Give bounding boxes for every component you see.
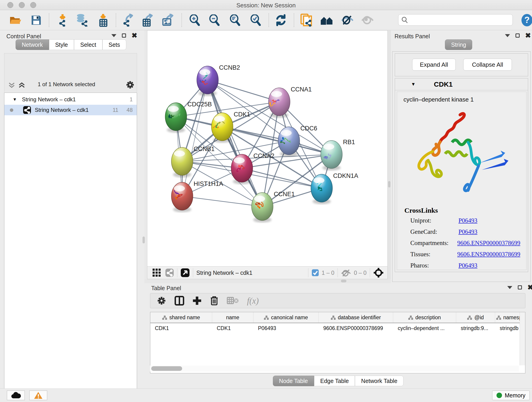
collection-expander-icon[interactable]: ▼ <box>13 97 17 102</box>
memory-button[interactable]: Memory <box>492 390 530 400</box>
warning-button[interactable] <box>29 390 47 400</box>
entry-collapse-icon[interactable]: ▼ <box>411 82 416 87</box>
control-panel: Control Panel ✖ Network Style Select Set… <box>0 30 144 389</box>
cell-name[interactable]: CDK1 <box>212 325 253 332</box>
search-box[interactable] <box>398 14 513 26</box>
show-all-networks-icon[interactable] <box>320 14 333 27</box>
crosslink-link[interactable]: P06493 <box>458 217 477 224</box>
cloud-button[interactable] <box>7 390 25 400</box>
search-input[interactable] <box>408 17 507 23</box>
network-options-gear-icon[interactable] <box>126 80 135 90</box>
crosslink-row: Pharos:P06493 <box>410 262 520 269</box>
zoom-in-icon[interactable] <box>188 14 201 27</box>
zoom-out-icon[interactable] <box>208 14 221 27</box>
table-panel-close-icon[interactable]: ✖ <box>527 285 532 289</box>
table-panel-undock-icon[interactable] <box>518 285 522 289</box>
crosslink-link[interactable]: 9606.ENSP00000378699 <box>457 251 520 258</box>
node-CCNB1[interactable] <box>171 147 193 177</box>
scrollbar-thumb[interactable] <box>151 366 182 371</box>
tab-network[interactable]: Network <box>16 39 49 50</box>
cell-description[interactable]: cyclin–dependent ... <box>393 325 456 332</box>
node-table[interactable]: shared namenamecanonical namedatabase id… <box>150 312 525 373</box>
network-canvas[interactable]: CCNB2CCNA1CDC25BCDK1CDC6RB1CCNB1CCNA2CDK… <box>147 30 388 267</box>
crosslink-link[interactable]: P06493 <box>458 262 477 269</box>
table-row[interactable]: CDK1CDK1P064939606.ENSP00000378699cyclin… <box>150 323 525 333</box>
column-header-database-identifier[interactable]: database identifier <box>319 312 393 323</box>
results-panel-close-icon[interactable]: ✖ <box>525 33 531 38</box>
tab-sets[interactable]: Sets <box>102 39 126 50</box>
cell-canonical-name[interactable]: P06493 <box>253 325 319 332</box>
expand-all-button[interactable]: Expand All <box>412 59 456 70</box>
left-splitter-handle[interactable] <box>143 236 145 243</box>
save-session-icon[interactable] <box>30 14 43 27</box>
export-table-icon[interactable] <box>141 14 154 27</box>
node-CDC25B[interactable] <box>165 103 187 133</box>
horizontal-splitter-handle[interactable] <box>341 280 346 282</box>
import-table-icon[interactable] <box>97 14 109 27</box>
tab-edge-table[interactable]: Edge Table <box>314 376 355 386</box>
add-column-icon[interactable] <box>192 296 202 305</box>
crosslink-link[interactable]: P06493 <box>458 228 477 235</box>
cell--id[interactable]: stringdb:9... <box>456 325 495 332</box>
network-row[interactable]: String Network – cdk1 11 48 <box>4 105 137 115</box>
selected-checkbox-icon[interactable] <box>312 269 319 276</box>
control-panel-undock-icon[interactable] <box>122 33 126 38</box>
table-panel-float-icon[interactable] <box>507 286 512 289</box>
column-header-name[interactable]: name <box>212 312 253 323</box>
warning-icon <box>34 391 43 399</box>
protein-entry-header[interactable]: ▼ CDK1 <box>395 78 528 90</box>
cell-database-identifier[interactable]: 9606.ENSP00000378699 <box>319 325 393 332</box>
cell-shared-name[interactable]: CDK1 <box>150 325 212 332</box>
network-collection-row[interactable]: ▼ String Network – cdk1 1 <box>4 94 137 105</box>
column-header-shared-name[interactable]: shared name <box>150 312 212 323</box>
import-network-icon[interactable] <box>56 14 69 27</box>
help-button[interactable]: ? <box>520 14 532 27</box>
node-CCNA1[interactable] <box>268 88 290 118</box>
node-CCNB2[interactable] <box>197 66 218 96</box>
right-splitter-handle[interactable] <box>388 181 390 187</box>
crosslink-link[interactable]: 9606.ENSP00000378699 <box>457 240 520 247</box>
node-HIST1H1A[interactable] <box>171 182 193 212</box>
tab-style[interactable]: Style <box>49 39 74 50</box>
table-horizontal-scrollbar[interactable] <box>150 366 519 371</box>
edge-CCNE1-HIST1H1A[interactable] <box>182 196 262 206</box>
node-RB1[interactable] <box>321 140 342 171</box>
column-header-canonical-name[interactable]: canonical name <box>253 312 319 323</box>
detach-view-icon[interactable] <box>181 268 190 277</box>
grid-view-icon[interactable] <box>152 268 161 277</box>
table-vertical-scrollbar[interactable] <box>520 312 525 365</box>
refresh-icon[interactable] <box>274 14 287 27</box>
export-network-icon[interactable] <box>121 14 134 27</box>
column-header-description[interactable]: description <box>393 312 456 323</box>
network-graph[interactable]: CCNB2CCNA1CDC25BCDK1CDC6RB1CCNB1CCNA2CDK… <box>147 31 387 266</box>
tab-select[interactable]: Select <box>74 39 102 50</box>
tab-node-table[interactable]: Node Table <box>273 376 314 386</box>
export-image-icon[interactable] <box>162 14 175 27</box>
duplicate-network-icon[interactable] <box>300 14 313 27</box>
expand-all-networks-icon[interactable] <box>18 81 26 90</box>
collapse-all-button[interactable]: Collapse All <box>463 59 512 70</box>
column-header--id[interactable]: @id <box>456 312 495 323</box>
control-panel-float-icon[interactable] <box>111 34 116 37</box>
results-panel-undock-icon[interactable] <box>515 33 520 38</box>
node-CCNE1[interactable] <box>252 192 273 223</box>
birds-eye-view-icon[interactable] <box>373 268 384 278</box>
zoom-fit-icon[interactable] <box>229 14 241 27</box>
delete-column-icon[interactable] <box>210 296 219 306</box>
control-panel-close-icon[interactable]: ✖ <box>132 33 137 38</box>
edge-CCNB2-CCNE1[interactable] <box>208 80 262 206</box>
shared-column-icon <box>467 315 472 320</box>
zoom-selected-icon[interactable] <box>249 14 262 27</box>
tab-string[interactable]: String <box>445 39 472 50</box>
results-panel-float-icon[interactable] <box>505 34 510 37</box>
import-network-from-database-icon[interactable] <box>76 14 89 27</box>
hide-graphics-details-icon[interactable] <box>341 14 354 27</box>
tab-network-table[interactable]: Network Table <box>355 376 404 386</box>
edge-CCNB2-CCNA1[interactable] <box>208 80 279 102</box>
select-columns-icon[interactable] <box>175 296 184 306</box>
table-options-gear-icon[interactable] <box>157 296 166 306</box>
collapse-all-networks-icon[interactable] <box>8 81 16 90</box>
node-CDKN1A[interactable] <box>311 174 332 204</box>
vertical-splitter[interactable] <box>388 30 391 279</box>
open-session-icon[interactable] <box>9 14 22 27</box>
